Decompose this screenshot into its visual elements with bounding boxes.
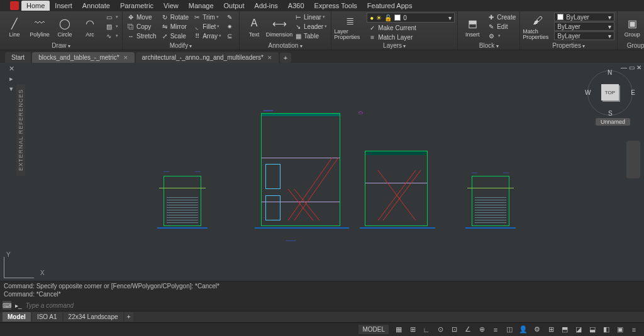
move-button[interactable]: ✥Move xyxy=(125,13,158,21)
hw-toggle[interactable]: ⬓ xyxy=(586,324,599,335)
close-palette-icon[interactable]: ✕ xyxy=(4,64,19,73)
grid-toggle[interactable]: ▦ xyxy=(392,324,405,335)
insert-button[interactable]: ⬒Insert xyxy=(460,13,484,41)
dimension-button[interactable]: ⟷Dimension xyxy=(267,13,291,41)
text-button[interactable]: AText xyxy=(242,13,266,41)
menu-insert[interactable]: Insert xyxy=(50,1,77,11)
menu-annotate[interactable]: Annotate xyxy=(77,1,115,11)
menu-view[interactable]: View xyxy=(158,1,184,11)
viewcube-s[interactable]: S xyxy=(608,110,613,117)
viewcube[interactable]: N S E W TOP xyxy=(587,70,633,116)
color-select[interactable]: ByLayer▾ xyxy=(554,13,614,21)
close-vp-button[interactable]: ✕ xyxy=(636,64,641,71)
anno2-toggle[interactable]: ◪ xyxy=(572,324,585,335)
linear-button[interactable]: ⊢Linear▾ xyxy=(292,13,328,21)
tab-start[interactable]: Start xyxy=(5,52,31,63)
palette-icon[interactable]: ▸ xyxy=(4,74,19,83)
osnap-toggle[interactable]: ⊡ xyxy=(448,324,460,335)
close-icon[interactable]: ✕ xyxy=(123,55,128,61)
edit-block-button[interactable]: ✎Edit xyxy=(486,22,517,31)
layout-iso-a1[interactable]: ISO A1 xyxy=(32,312,62,322)
stretch-button[interactable]: ↔Stretch xyxy=(125,31,158,40)
navigation-bar[interactable] xyxy=(626,141,640,178)
copy-button[interactable]: ⿻Copy xyxy=(125,22,158,31)
menu-output[interactable]: Output xyxy=(219,1,250,11)
menu-a360[interactable]: A360 xyxy=(283,1,309,11)
table-icon: ▦ xyxy=(294,32,303,40)
tab-file2[interactable]: architectural_-_anno..ng_and_multileader… xyxy=(136,52,279,63)
add-tab-button[interactable]: + xyxy=(280,53,291,63)
drawing-viewport[interactable]: — ▭ ✕ ✕ ▸ ▾ EXTERNAL REFERENCES N S E W … xyxy=(0,63,644,281)
external-references-tab[interactable]: EXTERNAL REFERENCES xyxy=(16,84,25,176)
create-block-button[interactable]: ✚Create xyxy=(486,13,517,21)
spline-button[interactable]: ∿▾ xyxy=(103,31,119,40)
panel-layers: ≣Layer Properties ● ☀ 🔓 0 ▾ ✓Make Curren… xyxy=(331,11,458,50)
menu-addins[interactable]: Add-ins xyxy=(250,1,283,11)
linetype-select[interactable]: ByLayer▾ xyxy=(554,31,614,40)
menu-home[interactable]: Home xyxy=(21,1,50,11)
viewcube-label[interactable]: Unnamed xyxy=(596,118,630,126)
lock-icon: 🔓 xyxy=(384,14,392,21)
layer-dropdown[interactable]: ● ☀ 🔓 0 ▾ xyxy=(367,13,455,23)
polyline-button[interactable]: 〰Polyline xyxy=(28,13,52,41)
snap-toggle[interactable]: ⊞ xyxy=(406,324,419,335)
menu-express[interactable]: Express Tools xyxy=(309,1,362,11)
layout-22x34[interactable]: 22x34 Landscape xyxy=(64,312,123,322)
tab-file1[interactable]: blocks_and_tables_-_metric*✕ xyxy=(32,52,134,63)
lineweight-select[interactable]: ByLayer▾ xyxy=(554,22,614,31)
rect-button[interactable]: ▭▾ xyxy=(103,13,119,21)
status-mode[interactable]: MODEL xyxy=(358,325,389,334)
app-logo[interactable] xyxy=(10,1,19,10)
circle-button[interactable]: ◯Circle xyxy=(53,13,77,41)
array-button[interactable]: ⠿Array▾ xyxy=(191,31,223,40)
viewcube-e[interactable]: E xyxy=(631,89,635,96)
fillet-button[interactable]: ◟Fillet▾ xyxy=(191,22,223,31)
viewcube-n[interactable]: N xyxy=(608,69,612,76)
layout-model[interactable]: Model xyxy=(3,312,31,322)
sc-toggle[interactable]: ⚙ xyxy=(531,324,543,335)
close-icon[interactable]: ✕ xyxy=(267,55,272,61)
otrack-toggle[interactable]: ∠ xyxy=(462,324,474,335)
qp-toggle[interactable]: 👤 xyxy=(517,324,530,335)
svg-line-2 xyxy=(288,189,313,220)
explode-button[interactable]: ✷ xyxy=(224,22,236,31)
panel-block: ⬒Insert ✚Create ✎Edit ⚙▾ Block xyxy=(458,11,520,50)
fillet-icon: ◟ xyxy=(192,23,201,30)
customize-button[interactable]: ≡ xyxy=(628,324,640,335)
ws-toggle[interactable]: ⊞ xyxy=(545,324,557,335)
rotate-button[interactable]: ↻Rotate xyxy=(159,13,190,21)
command-icon[interactable]: ⌨ xyxy=(3,301,11,310)
layer-props-button[interactable]: ≣Layer Properties xyxy=(334,13,365,41)
mirror-button[interactable]: ⇋Mirror xyxy=(159,22,190,31)
transparency-toggle[interactable]: ◫ xyxy=(503,324,516,335)
hatch-button[interactable]: ▨▾ xyxy=(103,22,119,31)
iso-toggle[interactable]: ◧ xyxy=(600,324,613,335)
add-layout-button[interactable]: + xyxy=(125,312,133,322)
clean-toggle[interactable]: ▣ xyxy=(614,324,626,335)
scale-button[interactable]: ⤢Scale xyxy=(159,31,190,40)
anno-toggle[interactable]: ⬒ xyxy=(558,324,571,335)
table-button[interactable]: ▦Table xyxy=(292,31,328,40)
group-button[interactable]: ▣Group xyxy=(620,13,644,41)
menu-parametric[interactable]: Parametric xyxy=(115,1,158,11)
lwt-toggle[interactable]: ≡ xyxy=(489,324,502,335)
line-button[interactable]: ╱Line xyxy=(3,13,26,41)
menu-featured[interactable]: Featured Apps xyxy=(362,1,418,11)
polar-toggle[interactable]: ⊙ xyxy=(434,324,447,335)
viewcube-w[interactable]: W xyxy=(585,89,591,96)
offset-button[interactable]: ⊆ xyxy=(224,31,236,40)
viewcube-face[interactable]: TOP xyxy=(601,84,619,100)
erase-button[interactable]: ✎ xyxy=(224,13,236,21)
match-layer-button[interactable]: ≡Match Layer xyxy=(367,33,455,41)
match-props-button[interactable]: 🖌Match Properties xyxy=(523,13,553,41)
menu-manage[interactable]: Manage xyxy=(184,1,219,11)
dyn-toggle[interactable]: ⊕ xyxy=(475,324,488,335)
trim-button[interactable]: ✂Trim▾ xyxy=(191,13,223,21)
ortho-toggle[interactable]: ∟ xyxy=(420,324,433,335)
command-input[interactable] xyxy=(26,302,641,309)
make-current-button[interactable]: ✓Make Current xyxy=(367,23,455,32)
block-attr-button[interactable]: ⚙▾ xyxy=(486,31,517,40)
panel-modify: ✥Move ⿻Copy ↔Stretch ↻Rotate ⇋Mirror ⤢Sc… xyxy=(123,11,240,50)
leader-button[interactable]: ↘Leader▾ xyxy=(292,22,328,31)
arc-button[interactable]: ◠Arc xyxy=(78,13,102,41)
